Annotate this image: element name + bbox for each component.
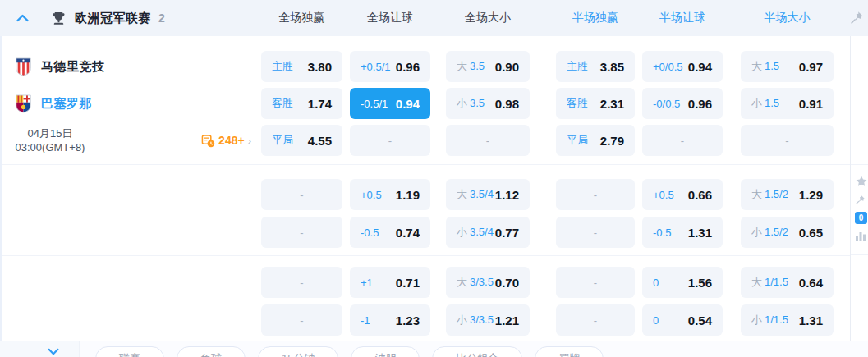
kickoff-time: 03:00(GMT+8)	[0, 140, 100, 154]
odds-cell-empty[interactable]: -	[446, 125, 530, 156]
quick-market-pills: 联赛 角球 15分钟 波胆 比分组合 罚牌	[95, 346, 604, 357]
column-header-fulltime-overunder[interactable]: 全场大小	[446, 11, 530, 25]
odds-value: 0.66	[688, 188, 712, 202]
match-tools: 0	[855, 175, 868, 241]
pill-score-combo[interactable]: 比分组合	[432, 346, 522, 357]
odds-cell-empty[interactable]: -	[261, 267, 342, 298]
odds-cell-ft-over[interactable]: 大3/3.5 0.70	[446, 267, 530, 298]
odds-cell-ft-handicap[interactable]: -1 1.23	[350, 304, 430, 336]
dash: -	[594, 189, 597, 201]
odds-label: -0.5/1	[361, 98, 388, 110]
column-header-halftime-overunder[interactable]: 半场大小	[741, 11, 834, 25]
odds-cell-ht-under[interactable]: 小1.5 0.91	[741, 88, 834, 119]
odds-cell-ht-handicap[interactable]: 0 1.56	[642, 267, 723, 298]
odds-value: 1.56	[688, 276, 712, 290]
odds-cell-empty[interactable]: -	[556, 179, 635, 210]
home-team-row[interactable]: 马德里竞技	[0, 51, 261, 82]
odds-cell-ht1x2-away[interactable]: 客胜 2.31	[556, 88, 635, 119]
column-header-halftime-1x2[interactable]: 半场独赢	[556, 11, 635, 25]
odds-value: 2.31	[600, 97, 624, 111]
odds-value: 1.31	[799, 314, 823, 327]
odds-cell-ft-under[interactable]: 小3.5/4 0.77	[446, 217, 530, 248]
odds-cell-ft-over[interactable]: 大3.5 0.90	[446, 51, 530, 82]
dash: -	[300, 314, 303, 327]
odds-cell-empty[interactable]: -	[741, 125, 834, 156]
odds-value: 0.77	[495, 226, 519, 240]
odds-cell-empty[interactable]: -	[556, 267, 635, 298]
odds-cell-ft-over[interactable]: 大3.5/4 1.12	[446, 179, 530, 210]
odds-cell-empty[interactable]: -	[261, 304, 342, 336]
odds-cell-ht-under[interactable]: 小1.5/2 0.65	[741, 217, 834, 248]
odds-cell-ht-over[interactable]: 大1/1.5 0.64	[741, 267, 834, 298]
odds-cell-ht-over[interactable]: 大1.5 0.97	[741, 51, 834, 82]
odds-value: 1.19	[396, 188, 420, 202]
pill-league[interactable]: 联赛	[95, 346, 164, 357]
odds-label: 大3.5/4	[457, 187, 494, 202]
pill-correct-score[interactable]: 波胆	[351, 346, 420, 357]
odds-value: 0.94	[396, 97, 420, 111]
odds-label: +0.5	[361, 189, 382, 201]
pill-15min[interactable]: 15分钟	[258, 346, 338, 357]
odds-cell-ht-over[interactable]: 大1.5/2 1.29	[741, 179, 834, 210]
pill-corners[interactable]: 角球	[177, 346, 246, 357]
odds-cell-empty[interactable]: -	[642, 125, 723, 156]
pin-small-icon[interactable]	[855, 195, 866, 205]
odds-cell-empty[interactable]: -	[261, 217, 342, 248]
odds-cell-ft-under[interactable]: 小3/3.5 1.21	[446, 304, 530, 336]
column-header-halftime-handicap[interactable]: 半场让球	[642, 11, 723, 25]
pin-icon[interactable]	[850, 11, 864, 25]
expand-chevron-down-icon[interactable]	[48, 348, 59, 355]
odds-cell-ft1x2-away[interactable]: 客胜 1.74	[261, 88, 342, 119]
favorite-star-icon[interactable]	[855, 175, 868, 188]
dash: -	[594, 277, 597, 289]
column-header-fulltime-1x2[interactable]: 全场独赢	[261, 11, 342, 25]
more-markets-link[interactable]: 248+ ›	[201, 134, 251, 148]
quick-markets-left	[0, 341, 80, 357]
column-header-fulltime-handicap[interactable]: 全场让球	[350, 11, 430, 25]
odds-cell-ft-handicap-home[interactable]: +0.5/1 0.96	[350, 51, 430, 82]
odds-cell-ft-handicap[interactable]: +0.5 1.19	[350, 179, 430, 210]
odds-cell-empty[interactable]: -	[556, 304, 635, 336]
counter-badge[interactable]: 0	[855, 212, 867, 224]
odds-label: 0	[653, 314, 659, 327]
odds-cell-ht-handicap[interactable]: +0.5 0.66	[642, 179, 723, 210]
odds-value: 0.90	[495, 60, 519, 74]
odds-cell-ft-handicap[interactable]: +1 0.71	[350, 267, 430, 298]
odds-label: 客胜	[272, 96, 293, 111]
odds-value: 0.94	[688, 60, 712, 74]
odds-cell-ht-handicap-home[interactable]: +0/0.5 0.94	[642, 51, 723, 82]
odds-cell-ht-handicap[interactable]: -0.5 1.31	[642, 217, 723, 248]
match-meta-row: 04月15日 03:00(GMT+8) 248+ ›	[0, 125, 261, 156]
odds-cell-ft1x2-home[interactable]: 主胜 3.80	[261, 51, 342, 82]
odds-cell-ft-under[interactable]: 小3.5 0.98	[446, 88, 530, 119]
away-team-row[interactable]: 巴塞罗那	[0, 88, 261, 119]
odds-cell-ht-handicap[interactable]: 0 0.54	[642, 304, 723, 336]
odds-cell-ht-under[interactable]: 小1/1.5 1.31	[741, 304, 834, 336]
odds-cell-empty[interactable]: -	[350, 125, 430, 156]
odds-value: 0.64	[799, 276, 823, 290]
odds-cell-empty[interactable]: -	[556, 217, 635, 248]
odds-label: +0/0.5	[653, 61, 683, 73]
stats-bars-icon[interactable]	[855, 231, 866, 241]
dash: -	[594, 314, 597, 327]
odds-cell-ft1x2-draw[interactable]: 平局 4.55	[261, 125, 342, 156]
odds-label: 小3.5	[457, 96, 485, 111]
kickoff-date: 04月15日	[0, 126, 100, 140]
pill-cards[interactable]: 罚牌	[535, 346, 604, 357]
dash: -	[388, 135, 392, 147]
odds-label: 大1/1.5	[751, 275, 788, 290]
odds-cell-ht1x2-home[interactable]: 主胜 3.85	[556, 51, 635, 82]
odds-cell-empty[interactable]: -	[261, 179, 342, 210]
left-edge-divider	[0, 36, 2, 357]
odds-value: 0.74	[396, 226, 420, 240]
league-header-left: 欧洲冠军联赛 2	[0, 11, 261, 26]
odds-value: 0.97	[799, 60, 823, 74]
odds-cell-ft-handicap-away-selected[interactable]: -0.5/1 0.94	[350, 88, 430, 119]
dash: -	[486, 135, 489, 147]
odds-cell-ht1x2-draw[interactable]: 平局 2.79	[556, 125, 635, 156]
odds-cell-ft-handicap[interactable]: -0.5 0.74	[350, 217, 430, 248]
odds-cell-ht-handicap-away[interactable]: -0/0.5 0.96	[642, 88, 723, 119]
odds-label: 小1.5	[751, 96, 779, 111]
collapse-chevron-up-icon[interactable]	[16, 14, 34, 22]
odds-label: 大3.5	[457, 59, 485, 74]
